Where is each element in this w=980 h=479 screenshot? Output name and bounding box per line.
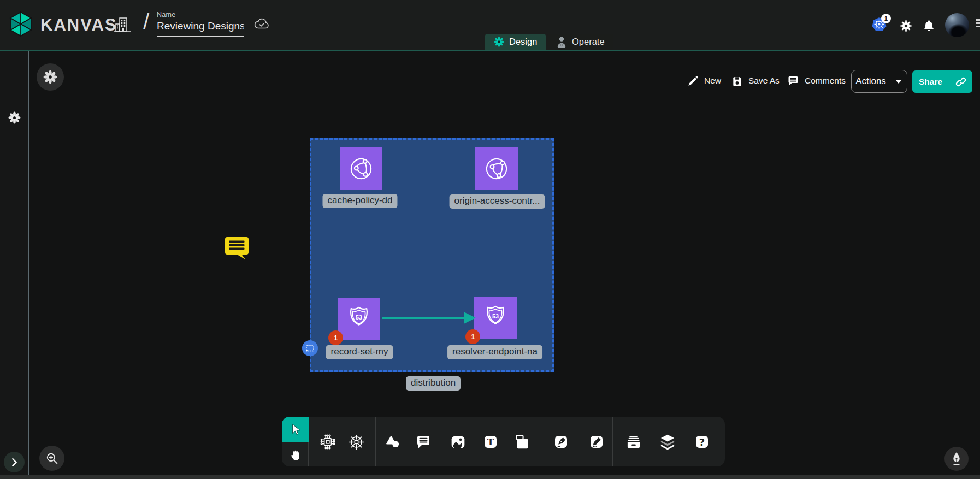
quick-menu-flower-icon <box>43 70 57 84</box>
design-tab-icon <box>494 37 504 47</box>
text-tool[interactable]: T <box>480 431 501 453</box>
actions-dropdown-button[interactable]: Actions <box>851 70 907 93</box>
window-bottom-strip <box>0 475 980 479</box>
node-origin-access-control[interactable] <box>475 147 518 190</box>
dock-divider <box>544 417 544 466</box>
history-drawer-tool[interactable] <box>623 431 645 453</box>
shapes-tool[interactable] <box>382 431 404 453</box>
app-header: KANVAS / Name <box>0 0 980 51</box>
save-as-label: Save As <box>748 76 780 86</box>
comments-label: Comments <box>805 76 846 86</box>
pan-hand-tool[interactable] <box>282 442 309 466</box>
pen-tool[interactable] <box>550 431 572 453</box>
kubernetes-context-badge: 1 <box>881 14 891 23</box>
left-dock-sidebar <box>0 51 29 479</box>
user-avatar[interactable] <box>945 13 969 37</box>
sidebar-meshery-flower-icon[interactable] <box>8 111 21 126</box>
help-icon: ? <box>693 433 711 451</box>
node-record-set[interactable]: 53 <box>338 298 380 340</box>
note-tool[interactable] <box>511 431 533 453</box>
operate-tab-icon <box>556 36 567 48</box>
canvas-comment-marker[interactable] <box>224 235 250 262</box>
layers-tool[interactable] <box>657 431 678 453</box>
new-button[interactable]: New <box>687 73 721 89</box>
pencil-tool-icon <box>587 433 606 451</box>
route53-shield-icon: 53 <box>343 303 375 335</box>
chevron-down-icon <box>895 80 902 84</box>
svg-text:53: 53 <box>356 314 362 321</box>
kubernetes-tool[interactable] <box>345 431 367 453</box>
group-selection-handle[interactable] <box>302 340 318 356</box>
design-name-field: Name <box>157 11 244 37</box>
actions-caret-cell[interactable] <box>890 70 907 92</box>
kanvas-logo[interactable]: KANVAS <box>8 11 117 39</box>
organization-icon[interactable] <box>113 14 132 37</box>
svg-text:?: ? <box>699 436 705 448</box>
design-name-input[interactable] <box>157 19 244 37</box>
canvas-quick-menu-button[interactable] <box>37 63 64 91</box>
cloudfront-globe-icon <box>345 153 377 185</box>
drawer-icon <box>624 432 644 452</box>
chip-icon <box>318 432 338 452</box>
actions-label[interactable]: Actions <box>852 70 890 92</box>
notifications-bell-icon[interactable] <box>922 19 936 34</box>
select-tool-active[interactable] <box>282 417 309 442</box>
group-label-distribution[interactable]: distribution <box>406 376 461 391</box>
node-label-cache-policy[interactable]: cache-policy-dd <box>322 194 397 208</box>
dock-divider <box>375 417 376 466</box>
hand-icon <box>288 447 303 462</box>
tab-operate[interactable]: Operate <box>547 34 613 50</box>
node-label-origin-access-control[interactable]: origin-access-contr... <box>450 194 545 209</box>
node-label-record-set[interactable]: record-set-my <box>326 345 393 359</box>
dock-divider <box>612 417 613 466</box>
shapes-icon <box>383 433 403 452</box>
layers-icon <box>658 432 677 452</box>
route53-shield-icon: 53 <box>480 302 511 334</box>
node-badge-resolver-endpoint: 1 <box>465 329 480 344</box>
image-tool[interactable] <box>447 431 469 453</box>
comment-tool[interactable] <box>412 431 434 453</box>
pen-nib-icon <box>948 451 965 467</box>
pen-tool-icon <box>552 433 570 451</box>
svg-text:T: T <box>487 436 494 447</box>
new-pencil-icon <box>687 75 699 87</box>
image-icon <box>448 433 468 452</box>
overflow-menu-icon[interactable] <box>976 17 980 29</box>
comments-button[interactable]: Comments <box>787 73 846 89</box>
node-resolver-endpoint[interactable]: 53 <box>474 297 517 339</box>
operate-tab-label: Operate <box>572 37 605 47</box>
save-as-button[interactable]: Save As <box>731 73 780 89</box>
share-label[interactable]: Share <box>912 70 949 93</box>
cloud-save-status-icon <box>253 16 270 34</box>
new-label: New <box>704 76 721 86</box>
node-cache-policy[interactable] <box>340 147 382 190</box>
node-badge-record-set: 1 <box>328 330 343 345</box>
comment-tool-icon <box>414 433 433 451</box>
design-name-label: Name <box>157 11 244 19</box>
helm-wheel-icon <box>346 432 367 452</box>
sticky-note-icon <box>512 433 532 452</box>
settings-gear-icon[interactable] <box>899 19 913 35</box>
link-icon <box>955 76 967 88</box>
design-tab-label: Design <box>509 37 537 47</box>
help-tool[interactable]: ? <box>691 431 713 453</box>
kanvas-logo-icon <box>8 11 34 39</box>
select-tool-column <box>282 417 309 466</box>
components-tool[interactable] <box>317 431 339 453</box>
tab-design[interactable]: Design <box>485 34 546 50</box>
svg-text:53: 53 <box>492 313 499 320</box>
edge-record-set-to-resolver[interactable] <box>382 317 465 319</box>
sidebar-expand-button[interactable] <box>4 452 25 472</box>
pencil-tool[interactable] <box>586 431 607 453</box>
breadcrumb-separator: / <box>143 10 149 34</box>
zoom-in-button[interactable] <box>39 446 64 471</box>
share-button[interactable]: Share <box>912 70 972 93</box>
text-tool-icon: T <box>481 433 500 451</box>
node-label-resolver-endpoint[interactable]: resolver-endpoint-na <box>447 345 542 359</box>
copy-link-cell[interactable] <box>949 70 972 93</box>
pen-mode-button[interactable] <box>944 447 969 471</box>
cloudfront-globe-icon <box>476 149 516 188</box>
save-floppy-icon <box>731 75 743 87</box>
comments-icon <box>787 74 800 87</box>
brand-name: KANVAS <box>40 15 117 35</box>
